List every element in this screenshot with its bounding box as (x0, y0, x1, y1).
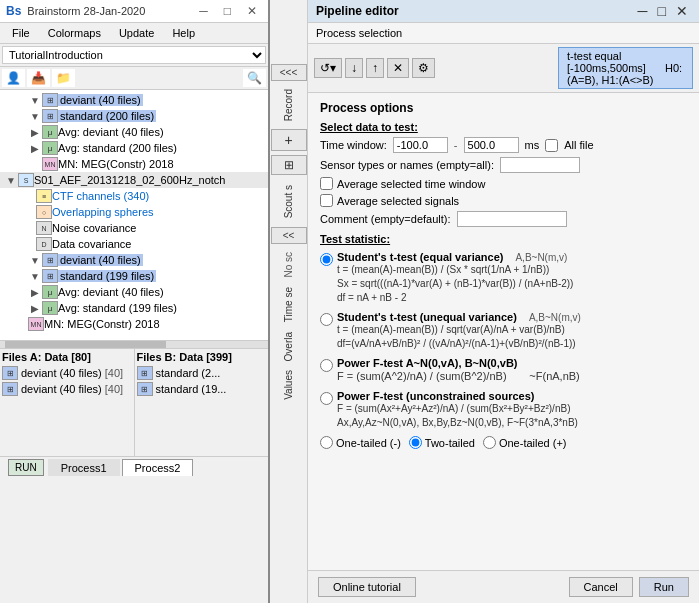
left-toolbar: 👤 📥 📁 🔍 (0, 67, 268, 90)
pipeline-close-btn[interactable]: ✕ (673, 3, 691, 19)
two-tailed-radio[interactable] (409, 436, 422, 449)
menu-file[interactable]: File (4, 25, 38, 41)
tree-icon-deviant1: ⊞ (42, 93, 58, 107)
select-data-title: Select data to test: (320, 121, 687, 133)
tree-icon-data: D (36, 237, 52, 251)
one-tailed-plus-radio[interactable] (483, 436, 496, 449)
record-label: Record (283, 89, 294, 121)
tree-item[interactable]: ▼ ⊞ standard (200 files) (0, 108, 268, 124)
power-f-uncon-label: Power F-test (unconstrained sources) (337, 390, 687, 402)
nav-left-btn[interactable]: <<< (271, 64, 307, 81)
left-logo: Bs (6, 4, 21, 18)
tree-label: Avg: deviant (40 files) (58, 126, 164, 138)
pip-refresh-btn[interactable]: ↺▾ (314, 58, 342, 78)
window-buttons: ─ □ ✕ (635, 3, 691, 19)
radio-unequal-content: Student's t-test (unequal variance) A,B~… (337, 311, 687, 351)
tree-icon-mn1: MN (42, 157, 58, 171)
tree-item[interactable]: N Noise covariance (0, 220, 268, 236)
radio-power-f-input[interactable] (320, 359, 333, 372)
sensor-row: Sensor types or names (empty=all): (320, 157, 687, 173)
menu-update[interactable]: Update (111, 25, 162, 41)
tree-expand-icon: ▼ (4, 175, 18, 186)
tree-item[interactable]: ▼ ⊞ standard (199 files) (0, 268, 268, 284)
tree-item[interactable]: D Data covariance (0, 236, 268, 252)
tree-item[interactable]: ▶ μ Avg: deviant (40 files) (0, 124, 268, 140)
tree-label: S01_AEF_20131218_02_600Hz_notch (34, 174, 225, 186)
tree-item[interactable]: ▼ ⊞ deviant (40 files) (0, 92, 268, 108)
left-maximize-btn[interactable]: □ (219, 3, 236, 19)
panel-selector-row: TutorialIntroduction (0, 44, 268, 67)
avg-time-checkbox[interactable] (320, 177, 333, 190)
cancel-btn[interactable]: Cancel (569, 577, 633, 597)
files-b-item-1[interactable]: ⊞ standard (2... (137, 365, 267, 381)
run-button[interactable]: RUN (8, 459, 44, 476)
power-f-uncon-f2: Ax,Ay,Az~N(0,vA), Bx,By,Bz~N(0,vB), F~F(… (337, 416, 687, 430)
left-minimize-btn[interactable]: ─ (194, 3, 213, 19)
tree-item[interactable]: MN MN: MEG(Constr) 2018 (0, 156, 268, 172)
toolbar-btn-2[interactable]: 📥 (27, 69, 50, 87)
tree-item[interactable]: ▼ ⊞ deviant (40 files) (0, 252, 268, 268)
files-a-item-1[interactable]: ⊞ deviant (40 files) [40] (2, 365, 132, 381)
radio-power-f: Power F-test A~N(0,vA), B~N(0,vB) F = (s… (320, 357, 687, 384)
pip-down-btn[interactable]: ↓ (345, 58, 363, 78)
files-a-header: Files A: Data [80] (2, 351, 132, 363)
file-icon: ⊞ (2, 382, 18, 396)
files-b-item-2[interactable]: ⊞ standard (19... (137, 381, 267, 397)
panel-dropdown[interactable]: TutorialIntroduction (2, 46, 266, 64)
pip-delete-btn[interactable]: ✕ (387, 58, 409, 78)
scout-label: Scout s (283, 185, 294, 218)
tree-expand-icon: ▶ (28, 127, 42, 138)
tree-item[interactable]: ▶ μ Avg: standard (199 files) (0, 300, 268, 316)
toolbar-btn-3[interactable]: 📁 (52, 69, 75, 87)
tree-item[interactable]: ▶ μ Avg: standard (200 files) (0, 140, 268, 156)
one-tailed-minus-radio[interactable] (320, 436, 333, 449)
tree-item[interactable]: ▶ μ Avg: deviant (40 files) (0, 284, 268, 300)
radio-student-equal-input[interactable] (320, 253, 333, 266)
tree-label: standard (199 files) (58, 270, 156, 282)
radio-student-unequal-input[interactable] (320, 313, 333, 326)
files-a-item-2[interactable]: ⊞ deviant (40 files) [40] (2, 381, 132, 397)
run-pipeline-btn[interactable]: Run (639, 577, 689, 597)
student-equal-label: Student's t-test (equal variance) (337, 251, 503, 263)
grid-btn[interactable]: ⊞ (271, 155, 307, 175)
time-unit: ms (525, 139, 540, 151)
radio-student-unequal: Student's t-test (unequal variance) A,B~… (320, 311, 687, 351)
left-close-btn[interactable]: ✕ (242, 3, 262, 19)
time-end-input[interactable] (464, 137, 519, 153)
tab-process1[interactable]: Process1 (48, 459, 120, 476)
tree-label: Data covariance (52, 238, 132, 250)
file-label: standard (19... (156, 383, 227, 395)
tree-label: Avg: standard (199 files) (58, 302, 177, 314)
pipeline-maximize-btn[interactable]: □ (655, 3, 669, 19)
add-btn[interactable]: + (271, 129, 307, 151)
tree-icon-avg1: μ (42, 125, 58, 139)
time-start-input[interactable] (393, 137, 448, 153)
pip-up-btn[interactable]: ↑ (366, 58, 384, 78)
tree-item[interactable]: MN MN: MEG(Constr) 2018 (0, 316, 268, 332)
radio-power-f-uncon-input[interactable] (320, 392, 333, 405)
menu-colormaps[interactable]: Colormaps (40, 25, 109, 41)
tree-item[interactable]: ≡ CTF channels (340) (0, 188, 268, 204)
nav-left2-btn[interactable]: << (271, 227, 307, 244)
comment-input[interactable] (457, 211, 567, 227)
process-options-title: Process options (320, 101, 687, 115)
tree-item[interactable]: ▼ S S01_AEF_20131218_02_600Hz_notch (0, 172, 268, 188)
tree-icon-noise1: N (36, 221, 52, 235)
all-file-checkbox[interactable] (545, 139, 558, 152)
horizontal-scrollbar[interactable] (0, 340, 268, 348)
student-equal-ab: A,B~N(m,v) (515, 252, 567, 263)
tree-item[interactable]: ○ Overlapping spheres (0, 204, 268, 220)
pipeline-titlebar: Pipeline editor ─ □ ✕ (308, 0, 699, 23)
menu-help[interactable]: Help (164, 25, 203, 41)
avg-signals-checkbox[interactable] (320, 194, 333, 207)
tree-icon-avg3: μ (42, 285, 58, 299)
sensor-input[interactable] (500, 157, 580, 173)
online-tutorial-btn[interactable]: Online tutorial (318, 577, 416, 597)
action-btn-group: Cancel Run (569, 577, 689, 597)
toolbar-btn-1[interactable]: 👤 (2, 69, 25, 87)
tree-label: MN: MEG(Constr) 2018 (44, 318, 160, 330)
pip-settings-btn[interactable]: ⚙ (412, 58, 435, 78)
tab-process2[interactable]: Process2 (122, 459, 194, 476)
search-button[interactable]: 🔍 (243, 69, 266, 87)
pipeline-minimize-btn[interactable]: ─ (635, 3, 651, 19)
